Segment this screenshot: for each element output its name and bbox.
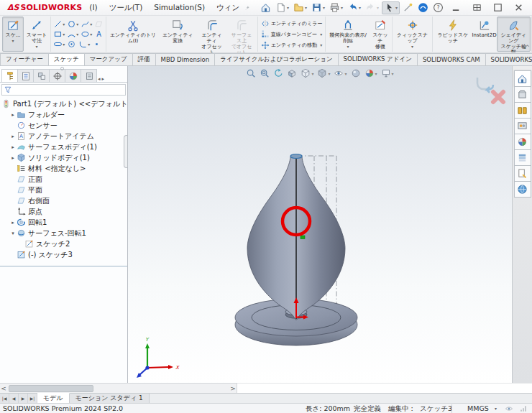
menu-item[interactable]: Simulation(S) [148,3,211,11]
mirror-entities-button[interactable]: エンティティのミラー [260,19,324,29]
dropdown-caret-icon[interactable]: ▾ [90,22,92,27]
dropdown-caret-icon[interactable]: ▾ [76,22,78,27]
unit-caret-icon[interactable]: ▾ [495,404,497,413]
dropdown-caret-icon[interactable]: ▾ [341,5,343,10]
tree-item[interactable]: (-) スケッチ3 [0,249,127,260]
ribbon-collapse-icon[interactable]: ^ [525,45,530,51]
dropdown-caret-icon[interactable]: ▾ [359,5,361,10]
dropdown-caret-icon[interactable]: ▾ [287,5,289,10]
ribbon-tab-スケッチ[interactable]: スケッチ [48,53,85,65]
sketch-tool-slot-button[interactable]: ▾ [52,40,65,49]
dropdown-caret-icon[interactable]: ▾ [305,5,307,10]
ribbon-tab-マークアップ[interactable]: マークアップ [84,53,133,65]
tree-item[interactable]: ▾サーフェス-回転1 [0,228,127,238]
user-circle-button[interactable] [416,1,430,14]
tp-lib-button[interactable] [514,102,531,119]
sketch-tool-dot-button[interactable] [91,40,102,49]
tree-item[interactable]: ▸ソリッドボディ(1) [0,152,127,163]
ribbon-tab-フィーチャー[interactable]: フィーチャー [0,53,49,65]
tp-appearance-button[interactable] [514,149,531,166]
trim-entities-button[interactable]: エンティティのトリム(I) [107,17,158,52]
move-entities-button[interactable]: エンティティの移動▾ [260,40,324,50]
sketch-tool-circle-button[interactable]: ▾ [66,19,79,29]
dropdown-caret-icon[interactable]: ▾ [63,22,65,27]
linear-pattern-button[interactable]: 直線パターンコピー▾ [260,29,324,40]
tp-home-button[interactable] [514,70,531,87]
cancel-sketch-icon[interactable] [493,92,503,102]
bottom-tab-モーション スタディ 1[interactable]: モーション スタディ 1 [70,394,150,403]
dropdown-caret-icon[interactable]: ▾ [63,32,65,37]
dropdown-caret-icon[interactable]: ▾ [76,32,78,37]
tree-item[interactable]: 正面 [0,174,127,185]
expand-right-icon[interactable]: ▸ [9,220,17,226]
top-opening-edge[interactable] [290,154,302,159]
unit-system-selector[interactable]: MMGS [467,404,489,413]
tree-item[interactable]: 右側面 [0,195,127,206]
tree-item[interactable]: ▸Aアノテートアイテム [0,131,127,141]
sketch-relation-marker[interactable] [301,236,305,239]
sketch-tool-text-button[interactable]: A [93,29,104,39]
status-bars-icon[interactable] [519,404,528,413]
display-relations-button[interactable]: 幾何拘束の表示/削除▾ [326,17,370,52]
tab-nav-button[interactable]: |◀ [0,394,9,403]
expand-right-icon[interactable]: ▸ [9,155,17,161]
expand-right-icon[interactable]: ▸ [9,112,17,118]
dropdown-caret-icon[interactable]: ▾ [88,42,90,47]
new-doc-button[interactable]: ▾ [274,1,290,14]
sketch-tool-ellipse-button[interactable]: ▾ [80,29,93,39]
tree-item[interactable]: ▸フォルダー [0,109,127,120]
sketch-button[interactable]: スケ...▾ [2,17,24,52]
expand-down-icon[interactable]: ▾ [9,231,17,236]
tree-filter[interactable] [1,84,126,96]
sketch-tool-rect-button[interactable]: ▾ [52,29,65,39]
tree-item[interactable]: Part1 (デフォルト) <<デフォルト>_表示状態 [0,98,127,109]
grid-window-button[interactable] [467,1,487,14]
model-canvas[interactable]: Y X [128,66,512,383]
pm-config-tab[interactable] [33,69,50,82]
pm-more-tab[interactable] [81,69,97,82]
save-button[interactable]: ▾ [310,1,326,14]
exit-sketch-icon[interactable] [477,78,493,93]
offset-entities-button[interactable]: エンティティ オフセット [197,17,227,52]
sketch-tool-spline-button[interactable]: ▾ [80,19,93,29]
tree-splitter[interactable] [0,266,127,266]
ribbon-tab-MBD Dimension[interactable]: MBD Dimension [155,53,216,65]
tab-nav-button[interactable]: ▶| [28,394,37,403]
convert-entities-button[interactable]: エンティティ変換 [159,17,197,52]
pin-menu-icon[interactable] [245,3,249,13]
open-button[interactable]: ▾ [292,1,308,14]
maximize-window-button[interactable] [488,1,508,14]
tree-item[interactable]: スケッチ2 [0,238,127,249]
ribbon-tab-SOLIDWORKS CAM[interactable]: SOLIDWORKS CAM [417,53,486,65]
tree-item[interactable]: 材料 <指定なし> [0,163,127,174]
tree-item[interactable]: 原点 [0,206,127,217]
tp-palette-button[interactable] [514,134,531,150]
help-button[interactable]: ? [431,1,445,14]
menu-item[interactable]: ツール(T) [104,3,149,11]
dropdown-caret-icon[interactable]: ▾ [323,5,325,10]
panel-drag-handle[interactable] [60,67,64,70]
tree-item[interactable]: 平面 [0,185,127,195]
model-body[interactable] [247,154,345,320]
ribbon-tab-ライフサイクルおよびコラボレーション[interactable]: ライフサイクルおよびコラボレーション [214,53,338,65]
dropdown-caret-icon[interactable]: ▾ [90,32,92,37]
pm-dimx-tab[interactable] [49,69,65,82]
smart-dimension-button[interactable]: スマート寸法▾ [24,17,50,52]
tp-explorer-button[interactable] [514,118,531,134]
tab-nav-button[interactable]: ◀ [9,394,19,403]
print-button[interactable]: ▾ [328,1,344,14]
tree-item[interactable]: ▸回転1 [0,217,127,228]
undo-button[interactable]: ▾ [346,1,362,14]
sketch-tool-arc-button[interactable]: ▾ [66,29,79,39]
expand-right-icon[interactable]: ▸ [9,144,17,150]
ribbon-tab-SOLIDWORKS CAM TBM[interactable]: SOLIDWORKS CAM TBM [485,53,532,65]
horizontal-scrollbar[interactable]: < > [0,383,237,393]
cursor-button[interactable]: ▾ [382,1,400,14]
bottom-tab-モデル[interactable]: モデル [37,393,70,403]
tp-props-button[interactable] [514,165,531,182]
pm-prop-tab[interactable] [17,69,34,82]
sketch-tool-fillet-button[interactable]: ▾ [78,40,91,49]
expand-right-icon[interactable]: ▸ [9,134,17,139]
sketch-tool-point-button[interactable] [66,40,77,49]
scroll-track[interactable] [7,384,229,393]
